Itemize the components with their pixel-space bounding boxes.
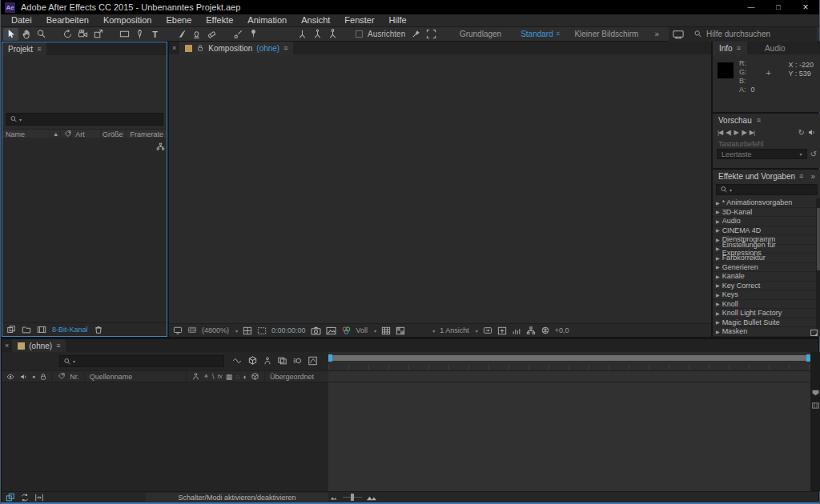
panel-menu-icon[interactable]: ≡ [757, 116, 761, 124]
time-ruler[interactable] [328, 352, 810, 370]
quality-icon[interactable]: \ [212, 373, 215, 381]
expand-layer-switches-icon[interactable] [6, 493, 15, 502]
eraser-tool[interactable] [204, 28, 219, 41]
primary-viewer-icon[interactable] [187, 326, 197, 334]
label-column-icon[interactable] [58, 373, 66, 381]
transparency-grid-icon[interactable] [396, 326, 405, 335]
column-nr[interactable]: Nr. [70, 373, 79, 381]
expand-arrow-icon[interactable]: ▶ [716, 209, 720, 214]
list-item[interactable]: ▶3D-Kanal [713, 208, 816, 218]
work-area-bar[interactable] [328, 355, 810, 361]
menu-fenster[interactable]: Fenster [337, 14, 381, 26]
composition-viewer[interactable] [169, 54, 711, 323]
timeline-track-area[interactable] [328, 382, 810, 491]
project-flowchart-icon[interactable] [156, 142, 165, 151]
magnification-dropdown-icon[interactable]: ▾ [235, 328, 238, 334]
new-composition-icon[interactable] [37, 325, 46, 334]
menu-hilfe[interactable]: Hilfe [382, 14, 414, 26]
panel-menu-icon[interactable]: ≡ [737, 44, 741, 52]
expand-arrow-icon[interactable]: ▶ [716, 255, 720, 261]
rectangle-tool[interactable] [117, 28, 132, 41]
expand-arrow-icon[interactable]: ▶ [716, 301, 720, 306]
previous-frame-button[interactable]: ◀| [726, 129, 730, 136]
list-item[interactable]: ▶* Animationsvorgaben [713, 198, 816, 208]
view-layout-value[interactable]: 1 Ansicht [440, 326, 469, 334]
expand-arrow-icon[interactable]: ▶ [716, 292, 720, 298]
resolution-value[interactable]: Voll [356, 326, 368, 334]
column-parent[interactable]: Übergeordnet [267, 373, 336, 381]
exposure-value[interactable]: +0,0 [555, 326, 569, 334]
list-item[interactable]: ▶Magic Bullet Suite [713, 318, 816, 328]
close-viewer-icon[interactable]: × [169, 42, 179, 54]
frame-blend-switch-icon[interactable]: ▦ [226, 373, 233, 381]
workspace-kleiner-bildschirm[interactable]: Kleiner Bildschirm [565, 30, 648, 38]
effects-search-input[interactable]: ▾ [716, 184, 818, 195]
tab-audio[interactable]: Audio [758, 42, 792, 54]
panel-menu-icon[interactable]: ≡ [283, 44, 287, 52]
menu-ebene[interactable]: Ebene [159, 14, 199, 26]
audio-mute-icon[interactable] [807, 128, 816, 137]
view-dropdown-icon[interactable]: ▾ [432, 328, 435, 334]
column-framerate[interactable]: Framerate [127, 130, 167, 138]
expand-arrow-icon[interactable]: ▶ [716, 319, 720, 325]
column-type[interactable]: Art [72, 130, 101, 138]
next-frame-button[interactable]: |▶ [742, 129, 746, 136]
menu-komposition[interactable]: Komposition [96, 14, 159, 26]
rotation-tool[interactable] [60, 28, 75, 41]
column-name[interactable]: Name [2, 130, 50, 138]
work-area-start-handle[interactable] [328, 354, 332, 362]
panel-overflow-chevron[interactable]: » [810, 172, 815, 181]
pan-behind-tool[interactable] [90, 28, 106, 41]
new-preset-icon[interactable] [810, 329, 818, 337]
expand-arrow-icon[interactable]: ▶ [716, 264, 720, 270]
menu-bearbeiten[interactable]: Bearbeiten [39, 14, 96, 26]
list-item[interactable]: ▶CINEMA 4D [713, 226, 816, 236]
snapping-checkbox[interactable] [352, 28, 367, 41]
close-button[interactable]: × [792, 0, 819, 14]
adjustment-layer-icon[interactable]: ◐ [243, 373, 247, 381]
clone-stamp-tool[interactable] [189, 28, 204, 41]
workspace-grundlagen[interactable]: Grundlagen [450, 30, 511, 38]
minimize-button[interactable]: — [738, 0, 765, 14]
expand-arrow-icon[interactable]: ▶ [716, 237, 720, 242]
expand-arrow-icon[interactable]: ▶ [716, 200, 720, 206]
scrollbar[interactable] [816, 198, 820, 329]
type-tool[interactable]: T [147, 28, 163, 41]
menu-datei[interactable]: Datei [4, 14, 39, 26]
exposure-icon[interactable] [541, 326, 550, 335]
hide-shy-layers-icon[interactable] [263, 356, 272, 366]
panel-menu-icon[interactable]: ≡ [37, 45, 41, 53]
zoom-in-mountain-icon[interactable] [366, 493, 377, 502]
reset-preview-icon[interactable]: ↺ [810, 150, 817, 158]
video-eye-icon[interactable] [6, 373, 15, 381]
play-button[interactable]: ▶ [734, 129, 738, 136]
mini-flowchart-icon[interactable] [231, 356, 243, 366]
effects-switch-icon[interactable]: fx [217, 373, 222, 380]
hand-tool[interactable] [18, 28, 34, 41]
maximize-button[interactable]: □ [765, 0, 792, 14]
magnification-value[interactable]: (4800%) [202, 326, 229, 334]
puppet-pin-tool[interactable] [246, 28, 261, 41]
camera-tool[interactable] [75, 28, 90, 41]
expand-arrow-icon[interactable]: ▶ [716, 310, 720, 316]
expand-arrow-icon[interactable]: ▶ [716, 282, 720, 288]
expand-arrow-icon[interactable]: ▶ [716, 227, 720, 233]
menu-ansicht[interactable]: Ansicht [294, 14, 337, 26]
list-item[interactable]: ▶Generieren [713, 263, 816, 273]
view-axis-mode[interactable] [325, 28, 340, 41]
pixel-aspect-correction-icon[interactable] [497, 326, 507, 335]
local-axis-mode[interactable] [295, 28, 310, 41]
timeline-layer-area[interactable] [2, 382, 818, 491]
menu-effekte[interactable]: Effekte [199, 14, 240, 26]
grid-guides-icon[interactable] [381, 326, 391, 335]
workspace-overflow-chevron[interactable]: » [648, 30, 665, 38]
tab-projekt[interactable]: Projekt ≡ [2, 42, 46, 55]
label-column-icon[interactable] [61, 130, 72, 138]
tab-komposition[interactable]: Komposition (ohne) ≡ [179, 42, 293, 54]
help-search-field[interactable]: Hilfe durchsuchen [689, 27, 817, 42]
safe-margins-icon[interactable] [243, 326, 252, 335]
lock-icon[interactable] [39, 373, 47, 381]
roto-brush-tool[interactable] [231, 28, 246, 41]
scrollbar-thumb[interactable] [817, 208, 820, 270]
share-view-icon[interactable] [483, 326, 492, 334]
